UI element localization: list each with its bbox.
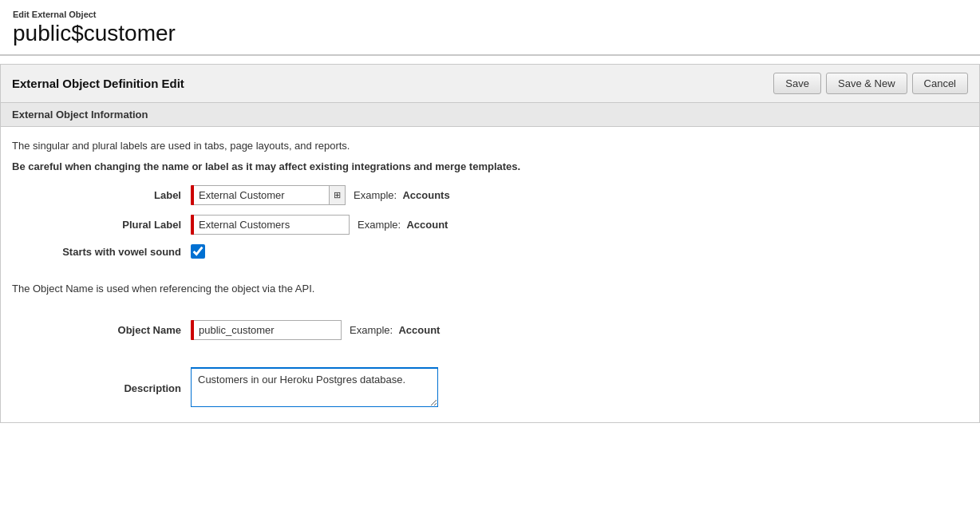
- api-form-table: Object Name Example: Account: [12, 315, 968, 414]
- section-body: The singular and plural labels are used …: [1, 127, 979, 271]
- object-name-row: Object Name Example: Account: [12, 315, 968, 345]
- api-section-body: Object Name Example: Account: [1, 298, 979, 422]
- vowel-field-cell: [188, 239, 968, 263]
- form-table: Label ⊞ Example: Accounts: [12, 180, 968, 263]
- object-name-field-cell: Example: Account: [188, 315, 968, 345]
- label-example: Example: Accounts: [354, 189, 450, 201]
- vowel-row: Starts with vowel sound: [12, 239, 968, 263]
- object-name-input[interactable]: [194, 320, 342, 340]
- vowel-checkbox-wrapper: [191, 244, 962, 259]
- plural-label-input-wrapper: [191, 215, 350, 235]
- label-lookup-icon[interactable]: ⊞: [330, 185, 346, 205]
- plural-label-field-label: Plural Label: [12, 210, 188, 239]
- cancel-button[interactable]: Cancel: [912, 73, 968, 94]
- label-field-label: Label: [12, 180, 188, 210]
- object-name-example: Example: Account: [350, 324, 440, 336]
- button-group: Save Save & New Cancel: [773, 73, 968, 94]
- object-name-input-wrapper: [191, 320, 342, 340]
- label-field-wrapper: ⊞ Example: Accounts: [191, 185, 962, 205]
- spacer-row: [12, 345, 968, 362]
- vowel-field-label: Starts with vowel sound: [12, 239, 188, 263]
- label-row: Label ⊞ Example: Accounts: [12, 180, 968, 210]
- breadcrumb: Edit External Object: [13, 10, 967, 19]
- label-input-wrapper: ⊞: [191, 185, 346, 205]
- description-row: Description Customers in our Heroku Post…: [12, 362, 968, 414]
- api-info-text: The Object Name is used when referencing…: [1, 271, 979, 295]
- description-label: Description: [12, 362, 188, 414]
- plural-label-field-wrapper: Example: Account: [191, 215, 962, 235]
- panel-header-title: External Object Definition Edit: [12, 77, 184, 90]
- panel-header: External Object Definition Edit Save Sav…: [1, 65, 979, 103]
- description-textarea[interactable]: Customers in our Heroku Postgres databas…: [191, 367, 438, 407]
- info-text-1: The singular and plural labels are used …: [12, 138, 968, 154]
- plural-label-input[interactable]: [194, 215, 350, 235]
- label-field-cell: ⊞ Example: Accounts: [188, 180, 968, 210]
- vowel-checkbox[interactable]: [191, 244, 205, 259]
- save-new-button[interactable]: Save & New: [826, 73, 907, 94]
- object-name-field-wrapper: Example: Account: [191, 320, 962, 340]
- plural-label-row: Plural Label Example: Account: [12, 210, 968, 239]
- main-panel: External Object Definition Edit Save Sav…: [0, 64, 980, 423]
- plural-label-example: Example: Account: [358, 219, 448, 231]
- info-text-2: Be careful when changing the name or lab…: [12, 159, 968, 175]
- page-title: public$customer: [13, 21, 967, 46]
- plural-label-field-cell: Example: Account: [188, 210, 968, 239]
- description-field-cell: Customers in our Heroku Postgres databas…: [188, 362, 968, 414]
- save-button[interactable]: Save: [773, 73, 821, 94]
- label-input[interactable]: [194, 185, 330, 205]
- section-header: External Object Information: [1, 103, 979, 127]
- object-name-label: Object Name: [12, 315, 188, 345]
- page-header: Edit External Object public$customer: [0, 0, 980, 56]
